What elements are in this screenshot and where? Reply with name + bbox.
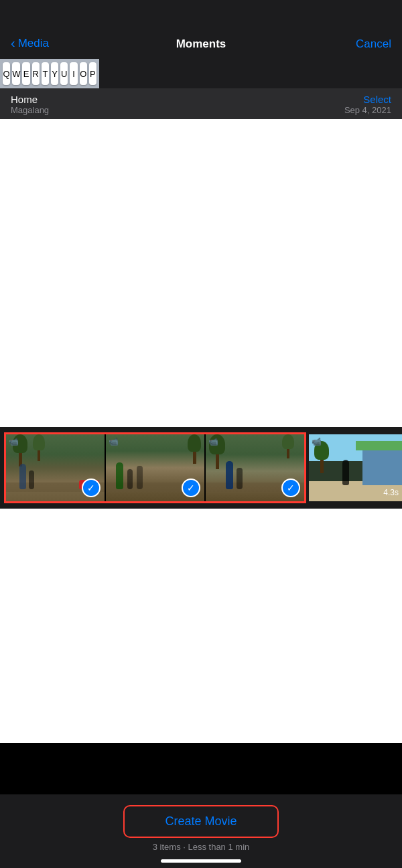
thumbnail-2[interactable]: 📹 ✓: [106, 434, 204, 501]
video-icon-1: 📹: [9, 437, 19, 446]
items-info: 3 items · Less than 1 min: [153, 842, 250, 852]
section-location: Home Magalang: [11, 94, 49, 115]
cancel-button[interactable]: Cancel: [201, 37, 391, 51]
section-right: Select Sep 4, 2021: [344, 94, 391, 115]
key-w[interactable]: W: [12, 62, 20, 85]
city-name: Magalang: [11, 105, 49, 115]
check-badge-2: ✓: [182, 479, 200, 497]
key-p[interactable]: P: [89, 62, 96, 85]
bottom-bar: Create Movie 3 items · Less than 1 min: [0, 794, 402, 868]
back-button[interactable]: ‹ Media: [11, 35, 201, 51]
create-movie-button[interactable]: Create Movie: [123, 805, 278, 838]
check-badge-3: ✓: [281, 479, 300, 497]
check-badge-1: ✓: [82, 479, 100, 497]
key-o[interactable]: O: [80, 62, 87, 85]
key-u[interactable]: U: [60, 62, 68, 85]
selected-thumbnails-group: 📹 ✓ 📹 ✓: [4, 432, 306, 503]
section-header: Home Magalang Select Sep 4, 2021: [0, 88, 402, 119]
section-date: Sep 4, 2021: [344, 105, 391, 115]
video-icon-4: 📹: [312, 437, 322, 446]
key-r[interactable]: R: [32, 62, 40, 85]
thumbnails-strip: 📹 ✓ 📹 ✓: [0, 427, 402, 509]
chevron-left-icon: ‹: [11, 35, 15, 51]
video-icon-3: 📹: [208, 437, 218, 446]
thumbnail-3[interactable]: 📹 ✓: [206, 434, 304, 501]
video-icon-2: 📹: [109, 437, 119, 446]
home-indicator: [161, 859, 241, 863]
duration-badge-4: 4.3s: [383, 488, 399, 497]
thumbnail-1[interactable]: 📹 ✓: [6, 434, 105, 501]
key-i[interactable]: I: [70, 62, 77, 85]
key-e[interactable]: E: [22, 62, 29, 85]
location-name: Home: [11, 94, 49, 105]
header: ‹ Media Moments Cancel: [0, 0, 402, 59]
keyboard-row: Q W E R T Y U I O P: [0, 59, 402, 88]
key-q[interactable]: Q: [3, 62, 10, 85]
content-area: [0, 119, 402, 427]
back-label: Media: [18, 37, 49, 50]
bottom-content-area: [0, 509, 402, 743]
select-button[interactable]: Select: [363, 94, 391, 105]
key-t[interactable]: T: [42, 62, 49, 85]
thumbnail-4[interactable]: 📹 4.3s: [309, 434, 402, 501]
page-title: Moments: [176, 37, 226, 51]
key-y[interactable]: Y: [51, 62, 58, 85]
